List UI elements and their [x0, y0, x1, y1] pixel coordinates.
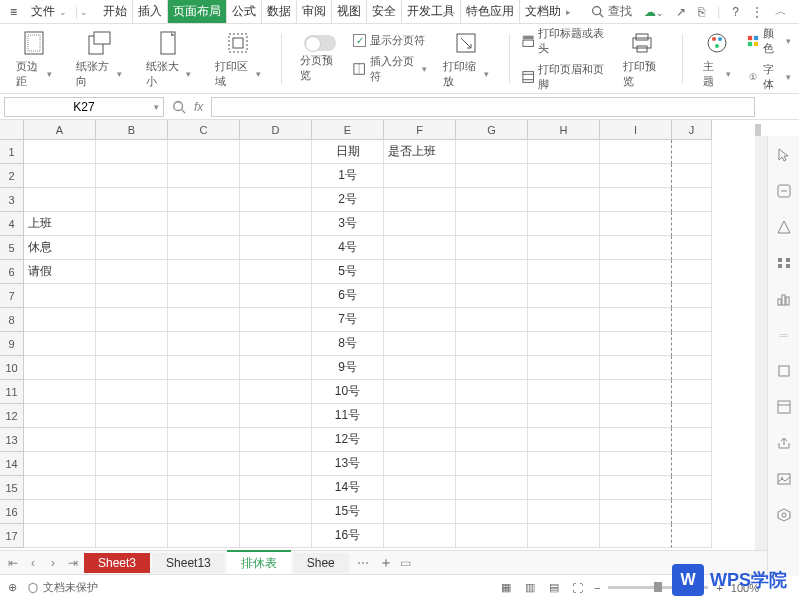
cell-D6[interactable] [240, 260, 312, 284]
split-handle-top[interactable] [755, 124, 761, 136]
col-header-H[interactable]: H [528, 120, 600, 140]
search-button[interactable]: 查找 [591, 3, 632, 20]
select-tool-icon[interactable] [775, 146, 793, 164]
cell-F7[interactable] [384, 284, 456, 308]
cell-E3[interactable]: 2号 [312, 188, 384, 212]
fx-icon[interactable]: fx [194, 100, 203, 114]
sheet-tab-overflow[interactable]: Shee [293, 553, 349, 573]
cell-A16[interactable] [24, 500, 96, 524]
menu-hamburger-icon[interactable]: ≡ [4, 5, 23, 19]
cell-A8[interactable] [24, 308, 96, 332]
cell-H5[interactable] [528, 236, 600, 260]
cell-D7[interactable] [240, 284, 312, 308]
cell-J16[interactable] [672, 500, 712, 524]
cell-B14[interactable] [96, 452, 168, 476]
theme-button[interactable]: 主题▾ [695, 28, 739, 89]
tab-review[interactable]: 审阅 [297, 0, 332, 23]
colors-button[interactable]: 颜色▾ [747, 25, 791, 57]
history-chevron-icon[interactable]: ⌄ [80, 7, 88, 17]
cell-E5[interactable]: 4号 [312, 236, 384, 260]
tab-view[interactable]: 视图 [332, 0, 367, 23]
more-icon[interactable]: ⋮ [751, 5, 763, 19]
break-preview-toggle[interactable] [304, 35, 336, 51]
share-icon[interactable]: ↗ [676, 5, 686, 19]
cell-I10[interactable] [600, 356, 672, 380]
cell-B1[interactable] [96, 140, 168, 164]
cell-B4[interactable] [96, 212, 168, 236]
col-header-E[interactable]: E [312, 120, 384, 140]
cell-I11[interactable] [600, 380, 672, 404]
cell-G1[interactable] [456, 140, 528, 164]
cell-C17[interactable] [168, 524, 240, 548]
col-header-D[interactable]: D [240, 120, 312, 140]
cell-C13[interactable] [168, 428, 240, 452]
cell-B5[interactable] [96, 236, 168, 260]
selection-pane-icon[interactable] [775, 182, 793, 200]
cell-G12[interactable] [456, 404, 528, 428]
cell-F1[interactable]: 是否上班 [384, 140, 456, 164]
cell-G7[interactable] [456, 284, 528, 308]
cell-G4[interactable] [456, 212, 528, 236]
cell-F9[interactable] [384, 332, 456, 356]
print-preview-button[interactable]: 打印预览 [615, 28, 670, 89]
cell-A4[interactable]: 上班 [24, 212, 96, 236]
row-header-16[interactable]: 16 [0, 500, 24, 524]
cell-G2[interactable] [456, 164, 528, 188]
cell-H2[interactable] [528, 164, 600, 188]
row-header-12[interactable]: 12 [0, 404, 24, 428]
lang-icon[interactable]: ⊕ [8, 581, 17, 594]
row-header-10[interactable]: 10 [0, 356, 24, 380]
cell-G13[interactable] [456, 428, 528, 452]
cell-A13[interactable] [24, 428, 96, 452]
cell-H4[interactable] [528, 212, 600, 236]
cell-J7[interactable] [672, 284, 712, 308]
cell-F2[interactable] [384, 164, 456, 188]
cloud-icon[interactable]: ☁⌄ [644, 5, 664, 19]
tab-data[interactable]: 数据 [262, 0, 297, 23]
cell-I15[interactable] [600, 476, 672, 500]
sheet-next-icon[interactable]: › [44, 554, 62, 572]
cell-G11[interactable] [456, 380, 528, 404]
cell-G3[interactable] [456, 188, 528, 212]
col-header-J[interactable]: J [672, 120, 712, 140]
cell-H14[interactable] [528, 452, 600, 476]
cell-B6[interactable] [96, 260, 168, 284]
cell-J10[interactable] [672, 356, 712, 380]
cell-F12[interactable] [384, 404, 456, 428]
sheet-tab-active[interactable]: 排休表 [227, 550, 291, 575]
cell-C1[interactable] [168, 140, 240, 164]
cell-B3[interactable] [96, 188, 168, 212]
cell-H9[interactable] [528, 332, 600, 356]
sheet-first-icon[interactable]: ⇤ [4, 554, 22, 572]
tabs-overflow-icon[interactable]: ▸ [566, 7, 571, 17]
sheet-prev-icon[interactable]: ‹ [24, 554, 42, 572]
cell-E12[interactable]: 11号 [312, 404, 384, 428]
cell-I1[interactable] [600, 140, 672, 164]
cell-J14[interactable] [672, 452, 712, 476]
sheet-tab-sheet3[interactable]: Sheet3 [84, 553, 150, 573]
print-area-button[interactable]: 打印区域▾ [207, 28, 269, 89]
row-header-11[interactable]: 11 [0, 380, 24, 404]
cell-J11[interactable] [672, 380, 712, 404]
cell-I2[interactable] [600, 164, 672, 188]
cell-B10[interactable] [96, 356, 168, 380]
cell-A14[interactable] [24, 452, 96, 476]
cell-D8[interactable] [240, 308, 312, 332]
tab-page-layout[interactable]: 页面布局 [168, 0, 227, 23]
row-header-6[interactable]: 6 [0, 260, 24, 284]
cell-C9[interactable] [168, 332, 240, 356]
tab-insert[interactable]: 插入 [133, 0, 168, 23]
lookup-icon[interactable] [172, 100, 186, 114]
cell-D2[interactable] [240, 164, 312, 188]
print-titles-button[interactable]: 打印标题或表头 [522, 25, 607, 57]
cell-A7[interactable] [24, 284, 96, 308]
cell-E7[interactable]: 6号 [312, 284, 384, 308]
cell-D12[interactable] [240, 404, 312, 428]
col-header-I[interactable]: I [600, 120, 672, 140]
save-icon[interactable]: ⎘ [698, 5, 705, 19]
cell-E13[interactable]: 12号 [312, 428, 384, 452]
cell-F17[interactable] [384, 524, 456, 548]
cell-A9[interactable] [24, 332, 96, 356]
cell-F14[interactable] [384, 452, 456, 476]
row-header-15[interactable]: 15 [0, 476, 24, 500]
